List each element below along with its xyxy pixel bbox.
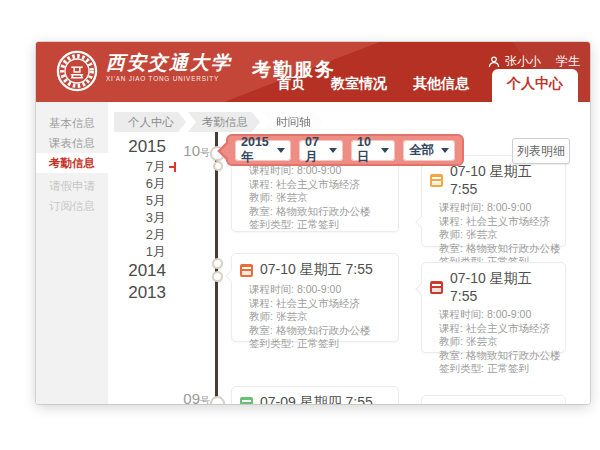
scale-month-1[interactable]: 1月 xyxy=(108,243,166,260)
card-field: 课程:社会主义市场经济 xyxy=(249,178,388,192)
scale-month-5[interactable]: 5月 xyxy=(108,192,166,209)
year-select[interactable]: 2015年 xyxy=(235,140,291,161)
app-window: 西安交通大学 XI'AN JIAO TONG UNIVERSITY 考勤服务 张… xyxy=(36,42,590,404)
card-field: 签到类型:正常签到 xyxy=(439,362,555,376)
card-title: 07-10 星期五 7:55 xyxy=(450,163,555,197)
sidebar-item-timetable[interactable]: 课表信息 xyxy=(36,133,108,153)
timeline-node xyxy=(212,258,223,269)
chevron-down-icon xyxy=(329,148,337,153)
nav-tab-other-info[interactable]: 其他信息 xyxy=(400,75,482,102)
card-field: 课程时间:8:00-9:00 xyxy=(249,164,388,178)
card-field: 教师:张芸京 xyxy=(249,191,388,205)
calendar-icon xyxy=(430,281,443,294)
day-select[interactable]: 10日 xyxy=(351,140,395,161)
user-role: 学生 xyxy=(556,53,580,70)
card-field: 教师:张芸京 xyxy=(439,228,555,242)
sidebar-item-basic-info[interactable]: 基本信息 xyxy=(36,113,108,133)
card-field: 课程:社会主义市场经济 xyxy=(249,297,388,311)
scale-month-2[interactable]: 2月 xyxy=(108,226,166,243)
card-field: 课程时间:8:00-9:00 xyxy=(439,201,555,215)
scale-year-2015[interactable]: 2015 xyxy=(108,136,166,158)
university-name-en: XI'AN JIAO TONG UNIVERSITY xyxy=(106,75,232,82)
current-month-marker xyxy=(169,162,176,172)
card-field: 课程:社会主义市场经济 xyxy=(439,215,555,229)
card-title: 07-10 星期五 7:55 xyxy=(260,261,373,279)
timeline-node xyxy=(210,396,225,404)
card-title: 07-09 星期四 7:55 xyxy=(260,394,373,404)
timeline-node xyxy=(213,161,223,171)
scale-month-7[interactable]: 7月 xyxy=(108,158,166,175)
university-seal-logo xyxy=(56,50,98,92)
person-icon xyxy=(488,56,500,68)
card-field: 教室:格物致知行政办公楼 xyxy=(439,349,555,363)
day-marker-09: 09号 xyxy=(176,390,210,404)
main-nav: 首页 教室情况 其他信息 个人中心 xyxy=(264,69,578,102)
university-brand: 西安交通大学 XI'AN JIAO TONG UNIVERSITY xyxy=(106,51,232,82)
card-field: 教师:张芸京 xyxy=(439,335,555,349)
timeline-scale: 2015 7月 6月 5月 3月 2月 1月 2014 2013 xyxy=(108,136,166,304)
card-field: 签到类型:正常签到 xyxy=(249,218,388,232)
attendance-card[interactable] xyxy=(421,395,566,404)
chevron-down-icon xyxy=(381,148,389,153)
scale-year-2013[interactable]: 2013 xyxy=(108,282,166,304)
card-field: 课程时间:8:00-9:00 xyxy=(439,308,555,322)
attendance-card[interactable]: 07-10 星期五 7:55 课程时间:8:00-9:00 课程:社会主义市场经… xyxy=(421,155,566,247)
breadcrumb: 个人中心 考勤信息 时间轴 xyxy=(114,112,325,132)
attendance-card[interactable]: 07-10 星期五 7:55 课程时间:8:00-9:00 课程:社会主义市场经… xyxy=(421,262,566,353)
sidebar-item-attendance[interactable]: 考勤信息 xyxy=(36,153,108,173)
calendar-icon xyxy=(240,397,253,405)
date-filter-overlay: 2015年 07月 10日 全部 xyxy=(226,134,464,166)
type-select[interactable]: 全部 xyxy=(403,140,455,161)
scale-month-3[interactable]: 3月 xyxy=(108,209,166,226)
scale-month-6[interactable]: 6月 xyxy=(108,175,166,192)
app-header: 西安交通大学 XI'AN JIAO TONG UNIVERSITY 考勤服务 张… xyxy=(36,42,590,102)
breadcrumb-personal-center[interactable]: 个人中心 xyxy=(114,112,186,132)
calendar-icon xyxy=(430,174,443,187)
chevron-down-icon xyxy=(441,148,449,153)
breadcrumb-attendance-info[interactable]: 考勤信息 xyxy=(188,112,260,132)
attendance-card[interactable]: 07-10 星期五 7:55 课程时间:8:00-9:00 课程:社会主义市场经… xyxy=(231,253,399,342)
nav-tab-personal-center[interactable]: 个人中心 xyxy=(492,69,578,102)
month-select[interactable]: 07月 xyxy=(299,140,343,161)
list-detail-button[interactable]: 列表明细 xyxy=(512,138,570,164)
calendar-icon xyxy=(240,264,253,277)
scale-year-2014[interactable]: 2014 xyxy=(108,260,166,282)
sidebar-item-leave-request[interactable]: 请假申请 xyxy=(36,176,108,196)
timeline-node xyxy=(212,271,223,282)
card-field: 签到类型:正常签到 xyxy=(249,337,388,351)
attendance-card[interactable]: 07-09 星期四 7:55 xyxy=(231,386,399,404)
card-field: 教室:格物致知行政办公楼 xyxy=(249,205,388,219)
card-title: 07-10 星期五 7:55 xyxy=(450,270,555,304)
user-name: 张小小 xyxy=(505,53,541,70)
user-account[interactable]: 张小小 学生 xyxy=(488,53,580,70)
day-marker-10: 10号 xyxy=(176,142,210,160)
nav-tab-classrooms[interactable]: 教室情况 xyxy=(318,75,400,102)
chevron-down-icon xyxy=(277,148,285,153)
card-field: 课程时间:8:00-9:00 xyxy=(249,283,388,297)
university-name-cn: 西安交通大学 xyxy=(106,51,232,73)
card-field: 教师:张芸京 xyxy=(249,310,388,324)
sidebar-item-subscription[interactable]: 订阅信息 xyxy=(36,196,108,216)
sidebar: 基本信息 课表信息 考勤信息 请假申请 订阅信息 xyxy=(36,102,108,404)
card-field: 教室:格物致知行政办公楼 xyxy=(439,242,555,256)
card-field: 课程:社会主义市场经济 xyxy=(439,322,555,336)
breadcrumb-timeline[interactable]: 时间轴 xyxy=(262,112,323,132)
nav-tab-home[interactable]: 首页 xyxy=(264,75,318,102)
card-field: 教室:格物致知行政办公楼 xyxy=(249,324,388,338)
main-content: 个人中心 考勤信息 时间轴 2015 7月 6月 5月 3月 2月 1月 201… xyxy=(108,102,590,404)
